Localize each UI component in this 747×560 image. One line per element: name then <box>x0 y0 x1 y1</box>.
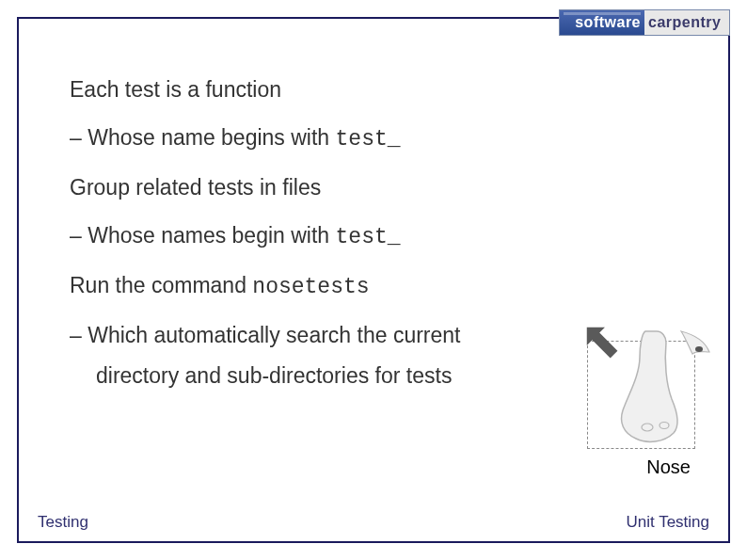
bullet-2-sub: – Whose names begin with test_ <box>70 221 709 252</box>
logo-right-text: carpentry <box>644 10 729 35</box>
footer-right: Unit Testing <box>626 513 709 532</box>
bullet-3-text: Run the command <box>70 273 252 297</box>
bullet-1-sub: – Whose name begins with test_ <box>70 123 709 154</box>
svg-point-3 <box>695 346 703 352</box>
code-test-prefix-1: test_ <box>336 127 401 152</box>
bullet-2-sub-text: – Whose names begin with <box>70 223 336 248</box>
nose-caption: Nose <box>646 456 691 478</box>
bullet-1-sub-text: – Whose name begins with <box>70 125 336 150</box>
footer-left: Testing <box>38 513 88 532</box>
code-test-prefix-2: test_ <box>336 225 401 249</box>
bullet-1: Each test is a function <box>70 75 709 104</box>
logo: software carpentry <box>559 9 730 36</box>
nose-icon <box>591 324 713 456</box>
code-nosetests: nosetests <box>252 275 369 299</box>
bullet-3: Run the command nosetests <box>70 271 709 302</box>
bullet-2: Group related tests in files <box>70 173 709 202</box>
logo-left-text: software <box>560 10 644 35</box>
nose-figure <box>578 312 709 454</box>
